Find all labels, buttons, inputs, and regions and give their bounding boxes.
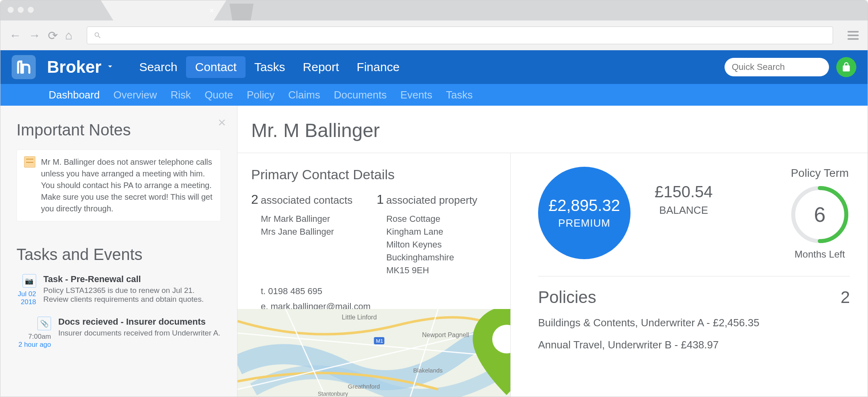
note-icon: [24, 156, 35, 168]
close-dot[interactable]: [8, 7, 14, 13]
camera-icon: 📷: [23, 274, 36, 288]
quick-search[interactable]: [725, 58, 829, 76]
nav-report[interactable]: Report: [294, 56, 348, 78]
policy-term: Policy Term 6 Months Left: [790, 167, 850, 260]
note-text: Mr M. Ballinger does not answer telephon…: [41, 156, 213, 215]
summary-panel: £2,895.32 PREMIUM £150.54 BALANCE Policy…: [511, 153, 868, 397]
subnav-claims[interactable]: Claims: [288, 89, 320, 101]
nav-tasks[interactable]: Tasks: [246, 56, 294, 78]
associated-contacts: 2associated contacts Mr Mark BallingerMr…: [251, 192, 352, 276]
task-item[interactable]: 📎7:00am2 hour agoDocs recieved - Insurer…: [16, 317, 221, 349]
quick-search-input[interactable]: [732, 62, 842, 72]
contact-phone[interactable]: 0198 485 695: [268, 286, 322, 296]
url-bar[interactable]: [87, 27, 833, 44]
map-pin-icon: [370, 309, 510, 395]
subnav-tasks[interactable]: Tasks: [446, 89, 473, 101]
menu-icon[interactable]: [848, 31, 859, 40]
contact-details-panel: Primary Contact Details 2associated cont…: [237, 153, 511, 397]
associated-property: 1associated property Rose CottageKingham…: [377, 192, 477, 276]
minimize-dot[interactable]: [18, 7, 24, 13]
policy-item[interactable]: Buildings & Contents, Underwriter A - £2…: [538, 317, 850, 329]
note-card[interactable]: Mr M. Ballinger does not answer telephon…: [16, 149, 221, 221]
brand-name[interactable]: Broker: [47, 57, 101, 77]
forward-icon[interactable]: →: [29, 29, 41, 42]
main: × Important Notes Mr M. Ballinger does n…: [0, 106, 868, 397]
subnav-risk[interactable]: Risk: [171, 89, 191, 101]
tab-bar: ×: [0, 0, 868, 20]
subnav-quote[interactable]: Quote: [205, 89, 233, 101]
policies-count: 2: [841, 288, 850, 307]
brand-caret-icon[interactable]: [105, 61, 115, 73]
browser-tab-active[interactable]: [101, 0, 226, 20]
sidebar: × Important Notes Mr M. Ballinger does n…: [0, 106, 237, 397]
content: Mr. M Ballinger Primary Contact Details …: [237, 106, 868, 397]
divider: [538, 276, 850, 276]
nav-contact[interactable]: Contact: [186, 56, 245, 78]
policy-item[interactable]: Annual Travel, Underwriter B - £438.97: [538, 339, 850, 351]
lock-button[interactable]: [836, 57, 856, 77]
lock-icon: [841, 62, 852, 72]
policies-heading: Policies: [538, 288, 596, 307]
subnav-policy[interactable]: Policy: [247, 89, 274, 101]
home-icon[interactable]: ⌂: [65, 29, 72, 42]
contact-title: Mr. M Ballinger: [237, 106, 868, 153]
paperclip-icon: 📎: [37, 317, 51, 330]
subnav-documents[interactable]: Documents: [334, 89, 387, 101]
back-icon[interactable]: ←: [9, 29, 21, 42]
map[interactable]: M1 Little Linford Newport Pagnell Blakel…: [237, 309, 510, 397]
reload-icon[interactable]: ⟳: [48, 29, 58, 43]
details-heading: Primary Contact Details: [251, 167, 498, 182]
task-item[interactable]: 📷Jul 02 2018Task - Pre-Renewal callPolic…: [16, 274, 221, 306]
subnav-events[interactable]: Events: [400, 89, 432, 101]
subnav-overview[interactable]: Overview: [113, 89, 157, 101]
subnav-dashboard[interactable]: Dashboard: [49, 89, 100, 101]
app-nav: Broker SearchContactTasksReportFinance: [0, 50, 868, 84]
browser-tab-new[interactable]: [229, 4, 254, 20]
nav-finance[interactable]: Finance: [348, 56, 409, 78]
sidebar-close-icon[interactable]: ×: [218, 115, 226, 130]
svg-text:Stantonbury: Stantonbury: [318, 391, 348, 397]
zoom-dot[interactable]: [28, 7, 34, 13]
search-icon: [94, 31, 102, 39]
balance-stat: £150.54 BALANCE: [655, 183, 713, 217]
window-controls[interactable]: [8, 7, 34, 13]
notes-heading: Important Notes: [16, 121, 221, 139]
premium-badge: £2,895.32 PREMIUM: [538, 167, 631, 259]
sub-nav: DashboardOverviewRiskQuotePolicyClaimsDo…: [0, 84, 868, 106]
browser-chrome: × ← → ⟳ ⌂: [0, 0, 868, 50]
tab-close-icon[interactable]: ×: [209, 6, 214, 15]
app-logo[interactable]: [12, 55, 36, 79]
tasks-heading: Tasks and Events: [16, 246, 221, 264]
nav-search[interactable]: Search: [130, 56, 186, 78]
browser-toolbar: ← → ⟳ ⌂: [0, 20, 868, 50]
